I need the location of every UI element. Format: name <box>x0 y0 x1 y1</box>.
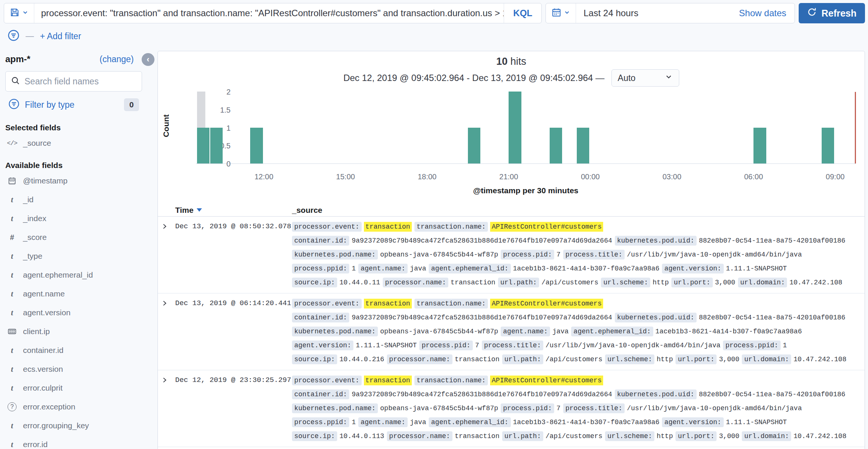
field-item-error.id[interactable]: terror.id <box>5 435 142 449</box>
field-value-pair: process.title:/usr/lib/jvm/java-10-openj… <box>563 403 802 413</box>
search-icon <box>11 76 20 87</box>
field-key-badge: url.scheme: <box>605 431 654 441</box>
expand-row-button[interactable] <box>161 373 172 443</box>
field-item-_index[interactable]: t_index <box>5 209 142 228</box>
field-name: _score <box>23 233 47 242</box>
field-item-agent.version[interactable]: tagent.version <box>5 303 142 322</box>
field-name: ecs.version <box>23 365 63 374</box>
query-input[interactable]: processor.event: "transaction" and trans… <box>34 8 504 18</box>
histogram-chart: Count 00.511.52 12:0015:0018:0021:0000:0… <box>158 89 865 202</box>
field-item-agent.name[interactable]: tagent.name <box>5 284 142 303</box>
field-key-badge: container.id: <box>292 236 349 246</box>
field-item-_source[interactable]: </>_source <box>5 134 142 153</box>
field-value-pair: process.ppid:1 <box>723 341 787 350</box>
field-value: 10.44.0.216 <box>339 356 384 363</box>
expand-row-button[interactable] <box>161 296 172 366</box>
field-item-container.id[interactable]: tcontainer.id <box>5 341 142 360</box>
field-item-error.grouping_key[interactable]: terror.grouping_key <box>5 416 142 435</box>
hits-count: 10 <box>496 56 507 67</box>
query-language-button[interactable]: KQL <box>504 3 541 23</box>
field-item-client.ip[interactable]: client.ip <box>5 322 142 341</box>
source-line: processor.event:transactiontransaction.n… <box>292 373 862 387</box>
field-value-pair: container.id:9a92372089c79b489ca472fca52… <box>292 236 612 246</box>
filter-count-badge: 0 <box>124 98 139 111</box>
histogram-bar <box>468 128 480 164</box>
field-item-agent.ephemeral_id[interactable]: tagent.ephemeral_id <box>5 266 142 284</box>
field-value: /api/customers <box>546 432 602 440</box>
field-item-_id[interactable]: t_id <box>5 190 142 209</box>
field-item-error.exception[interactable]: ?error.exception <box>5 397 142 416</box>
field-value-pair: url.domain:10.47.242.108 <box>742 431 846 441</box>
field-value-pair: transaction.name:APIRestController#custo… <box>414 376 603 385</box>
show-dates-link[interactable]: Show dates <box>739 8 795 18</box>
field-key-badge: process.ppid: <box>723 341 780 350</box>
saved-query-button[interactable] <box>4 3 34 23</box>
field-value: opbeans-java-67845c5b44-wf87p <box>380 328 498 335</box>
time-column-header[interactable]: Time <box>175 206 289 215</box>
current-time-marker <box>855 92 856 163</box>
field-value-pair: kubernetes.pod.uid:882e8b07-0c54-11ea-8a… <box>615 389 845 399</box>
field-value: 10.47.242.108 <box>793 432 846 440</box>
search-field-names-input[interactable] <box>24 76 136 87</box>
field-key-badge: agent.ephemeral_id: <box>429 417 510 427</box>
field-value: transaction <box>451 279 495 286</box>
time-range-subtitle: Dec 12, 2019 @ 09:45:02.964 - Dec 13, 20… <box>343 73 604 83</box>
field-value-pair: processor.event:transaction <box>292 299 412 308</box>
field-value-pair: url.port:3,000 <box>675 354 739 364</box>
field-item-_score[interactable]: #_score <box>5 228 142 247</box>
time-range-value[interactable]: Last 24 hours <box>576 8 739 18</box>
source-line: processor.event:transactiontransaction.n… <box>292 220 862 234</box>
refresh-button[interactable]: Refresh <box>799 3 865 23</box>
field-value-pair: agent.version:1.11.1-SNAPSHOT <box>662 264 787 273</box>
field-value-pair: url.path:/api/customers <box>502 354 602 364</box>
field-value-pair: kubernetes.pod.name:opbeans-java-67845c5… <box>292 327 498 336</box>
x-tick-label: 18:00 <box>418 173 437 181</box>
filter-by-type-link[interactable]: Filter by type <box>25 100 75 110</box>
field-value-pair: url.scheme:http <box>605 431 673 441</box>
histogram-bar <box>210 128 223 164</box>
row-source: processor.event:transactiontransaction.n… <box>292 296 862 366</box>
source-line: source.ip:10.44.0.11processor.name:trans… <box>292 275 862 289</box>
field-value: 1.11.1-SNAPSHOT <box>726 265 787 272</box>
add-filter-link[interactable]: + Add filter <box>40 31 81 41</box>
field-value: 3,000 <box>715 279 735 286</box>
source-line: kubernetes.pod.name:opbeans-java-67845c5… <box>292 324 862 338</box>
field-key-badge: kubernetes.pod.name: <box>292 327 378 336</box>
field-value-pair: container.id:9a92372089c79b489ca472fca52… <box>292 313 612 322</box>
field-value-pair: transaction.name:APIRestController#custo… <box>414 299 603 308</box>
field-key-badge: kubernetes.pod.name: <box>292 403 378 413</box>
field-value: 7 <box>556 405 561 412</box>
change-index-pattern-link[interactable]: (change) <box>99 54 134 64</box>
source-line: container.id:9a92372089c79b489ca472fca52… <box>292 387 862 401</box>
field-item-@timestamp[interactable]: @timestamp <box>5 171 142 190</box>
field-key-badge: process.pid: <box>501 250 554 260</box>
field-value-pair: agent.ephemeral_id:1aceb1b3-8621-4a14-b3… <box>429 264 659 273</box>
field-value: 3,000 <box>719 432 739 440</box>
expand-row-button[interactable] <box>161 220 172 289</box>
documents-rows: Dec 13, 2019 @ 08:50:32.078processor.eve… <box>158 217 865 447</box>
field-value-pair: url.scheme:http <box>605 354 673 364</box>
selected-fields-list: </>_source <box>5 134 142 153</box>
filter-menu-icon[interactable] <box>8 29 20 43</box>
y-tick-label: 1.5 <box>208 106 231 115</box>
collapse-sidebar-button[interactable]: ‹ <box>142 53 154 66</box>
date-quick-select-button[interactable] <box>546 3 576 23</box>
field-value-pair: process.pid:7 <box>419 341 479 350</box>
field-key-badge: agent.version: <box>662 417 723 427</box>
field-key-badge: kubernetes.pod.uid: <box>615 389 697 399</box>
field-item-ecs.version[interactable]: tecs.version <box>5 360 142 379</box>
field-key-badge: agent.name: <box>501 327 550 336</box>
field-value: 10.44.0.11 <box>339 279 380 286</box>
field-value-pair: kubernetes.pod.name:opbeans-java-67845c5… <box>292 250 498 260</box>
field-item-error.culprit[interactable]: terror.culprit <box>5 379 142 397</box>
source-line: process.ppid:1agent.name:javaagent.ephem… <box>292 415 862 429</box>
x-tick-label: 06:00 <box>744 173 763 181</box>
field-name: agent.name <box>23 289 65 298</box>
field-key-badge: process.title: <box>563 403 625 413</box>
field-name: agent.version <box>23 308 70 317</box>
field-item-_type[interactable]: t_type <box>5 247 142 266</box>
source-line: source.ip:10.44.0.216processor.name:tran… <box>292 352 862 366</box>
field-value: 1 <box>351 418 356 426</box>
field-value-pair: processor.name:transaction <box>383 278 495 287</box>
interval-select[interactable]: Auto <box>611 69 679 87</box>
